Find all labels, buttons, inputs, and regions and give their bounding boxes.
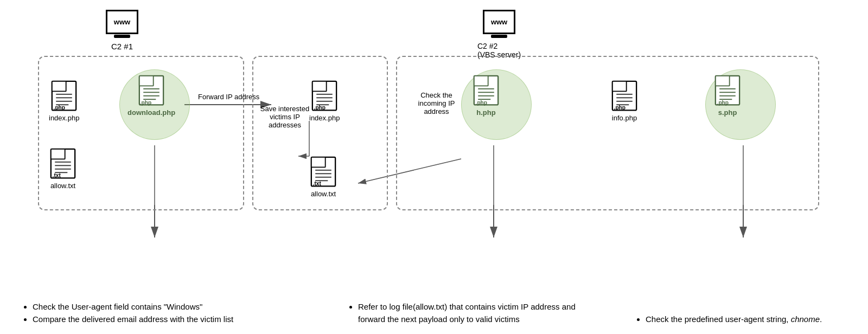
svg-rect-20 <box>139 76 154 86</box>
svg-rect-55 <box>612 81 627 91</box>
svg-text:.php: .php <box>140 100 151 106</box>
svg-rect-62 <box>716 76 730 86</box>
bullet-section-middle: Refer to log file(allow.txt) that contai… <box>347 301 602 325</box>
svg-rect-48 <box>474 76 488 86</box>
svg-rect-34 <box>312 81 327 91</box>
c2-2-server: www C2 #2 (VBS server) <box>477 10 521 59</box>
svg-text:.txt: .txt <box>313 181 322 187</box>
bullet-left-0: Check the User-agent field contains "Win… <box>33 301 250 313</box>
c2-2-monitor: www <box>483 10 515 34</box>
svg-rect-13 <box>52 81 66 91</box>
chnome-italic: chnome <box>791 314 820 324</box>
bullet-section-left: Check the User-agent field contains "Win… <box>22 301 250 325</box>
bullet-section-right: Check the predefined user-agent string, … <box>635 313 857 326</box>
forward-ip-label: Forward IP address <box>198 93 259 101</box>
c1-download-label: download.php <box>127 108 175 117</box>
m-index-label: index.php <box>309 114 340 122</box>
svg-text:.php: .php <box>476 100 487 106</box>
file-m-index: .php index.php <box>309 80 340 122</box>
svg-text:.php: .php <box>54 105 65 111</box>
bullet-left-1: Compare the delivered email address with… <box>33 313 250 326</box>
forward-ip-text: Forward IP address <box>198 93 259 101</box>
file-m-allow: .txt allow.txt <box>309 156 337 198</box>
c1-allow-label: allow.txt <box>50 182 75 190</box>
c1-index-label: index.php <box>49 114 79 122</box>
c2-1-server: www C2 #1 <box>106 10 138 51</box>
file-c2-s: .php s.php <box>713 75 742 117</box>
bullet-right-0: Check the predefined user-agent string, … <box>646 313 857 326</box>
file-c2-h: .php h.php <box>472 75 500 117</box>
check-incoming-text: Check the incoming IP address <box>418 91 455 115</box>
c2-1-label: C2 #1 <box>111 42 133 51</box>
svg-rect-27 <box>51 149 65 159</box>
m-allow-label: allow.txt <box>311 190 336 198</box>
c2-2-monitor-text: www <box>491 18 507 26</box>
svg-text:.php: .php <box>314 105 326 111</box>
diagram-container: www C2 #1 www C2 #2 (VBS server) .php <box>5 4 863 330</box>
c2-1-monitor: www <box>106 10 138 34</box>
check-incoming-label: Check the incoming IP address <box>403 91 470 115</box>
svg-rect-41 <box>311 157 326 167</box>
file-c1-allow: .txt allow.txt <box>49 148 77 190</box>
bullet-middle-0: Refer to log file(allow.txt) that contai… <box>358 301 602 325</box>
file-c1-index: .php index.php <box>49 80 79 122</box>
save-victims-text: Save interested victims IP addresses <box>260 105 309 129</box>
c2-2-label: C2 #2 <box>477 42 497 50</box>
bullet-right-0-text: Check the predefined user-agent string, … <box>646 314 822 324</box>
file-c2-info: .php info.php <box>610 80 639 122</box>
c2-h-label: h.php <box>476 108 495 117</box>
file-c1-download: .php download.php <box>127 75 175 117</box>
svg-text:.txt: .txt <box>53 172 61 178</box>
svg-text:.php: .php <box>614 105 626 111</box>
save-victims-label: Save interested victims IP addresses <box>255 105 315 129</box>
svg-text:.php: .php <box>717 100 729 106</box>
c2-s-label: s.php <box>718 108 737 117</box>
c2-1-monitor-text: www <box>114 18 130 26</box>
c2-info-label: info.php <box>612 114 637 122</box>
